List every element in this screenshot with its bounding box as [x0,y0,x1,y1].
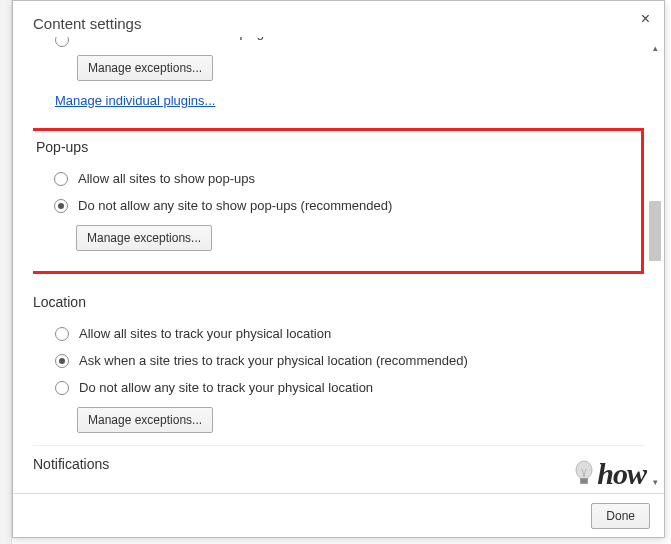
popups-option-block[interactable]: Do not allow any site to show pop-ups (r… [33,192,631,219]
manage-individual-plugins-link[interactable]: Manage individual plugins... [33,85,215,112]
plugins-manage-exceptions-button[interactable]: Manage exceptions... [77,55,213,81]
backdrop [0,0,12,544]
close-icon[interactable]: × [641,11,650,27]
plugins-cutoff-option: Let me choose when to run plugin content [33,37,644,49]
plugins-cutoff-label: Let me choose when to run plugin content [79,37,320,40]
popups-manage-exceptions-button[interactable]: Manage exceptions... [76,225,212,251]
radio-icon[interactable] [55,327,69,341]
location-manage-exceptions-button[interactable]: Manage exceptions... [77,407,213,433]
scroll-area: Let me choose when to run plugin content… [33,37,644,493]
section-plugins: Let me choose when to run plugin content… [33,37,644,120]
popups-option-block-label: Do not allow any site to show pop-ups (r… [78,198,392,213]
notifications-title: Notifications [33,456,644,472]
radio-icon[interactable] [55,354,69,368]
radio-icon[interactable] [54,172,68,186]
popups-option-allow[interactable]: Allow all sites to show pop-ups [33,165,631,192]
popups-title: Pop-ups [33,139,631,155]
content-settings-dialog: Content settings × Let me choose when to… [12,0,665,538]
section-notifications: Notifications [33,445,644,490]
location-option-allow[interactable]: Allow all sites to track your physical l… [33,320,644,347]
location-title: Location [33,294,644,310]
done-button[interactable]: Done [591,503,650,529]
section-popups: Pop-ups Allow all sites to show pop-ups … [33,137,631,263]
scroll-up-icon[interactable]: ▴ [648,41,662,55]
dialog-content: Let me choose when to run plugin content… [13,37,664,493]
radio-icon[interactable] [55,37,69,47]
radio-icon[interactable] [55,381,69,395]
dialog-title: Content settings [33,15,141,32]
radio-icon[interactable] [54,199,68,213]
location-option-block-label: Do not allow any site to track your phys… [79,380,373,395]
popups-highlight-box: Pop-ups Allow all sites to show pop-ups … [33,128,644,274]
popups-option-allow-label: Allow all sites to show pop-ups [78,171,255,186]
location-option-ask-label: Ask when a site tries to track your phys… [79,353,468,368]
location-option-block[interactable]: Do not allow any site to track your phys… [33,374,644,401]
location-option-allow-label: Allow all sites to track your physical l… [79,326,331,341]
scrollbar[interactable]: ▴ ▾ [648,41,662,489]
dialog-footer: Done [13,493,664,537]
scroll-down-icon[interactable]: ▾ [648,475,662,489]
scroll-thumb[interactable] [649,201,661,261]
location-option-ask[interactable]: Ask when a site tries to track your phys… [33,347,644,374]
dialog-header: Content settings × [13,1,664,36]
section-location: Location Allow all sites to track your p… [33,284,644,445]
